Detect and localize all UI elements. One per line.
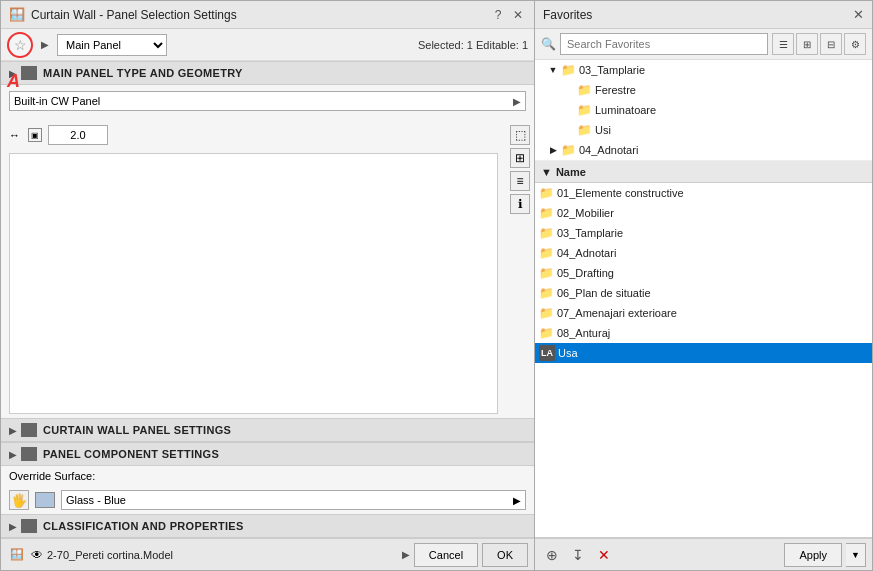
- folder-icon-luminatoare: 📁: [577, 104, 591, 116]
- folder-icon-03-tamplarie: 📁: [561, 64, 575, 76]
- tree-label-luminatoare: Luminatoare: [595, 104, 656, 116]
- classification-section-header[interactable]: ▶ CLASSIFICATION AND PROPERTIES: [1, 514, 534, 538]
- folder-icon-05: 📁: [539, 267, 553, 279]
- favorites-name-list[interactable]: 📁 01_Elemente constructive 📁 02_Mobilier…: [535, 183, 872, 538]
- window-title: Curtain Wall - Panel Selection Settings: [31, 8, 237, 22]
- folder-icon-06: 📁: [539, 287, 553, 299]
- dimension-input[interactable]: 2.0: [48, 125, 108, 145]
- section-icon: [21, 66, 37, 80]
- override-icon[interactable]: 🖐: [9, 490, 29, 510]
- tree-item-luminatoare[interactable]: 📁 Luminatoare: [535, 100, 872, 120]
- add-favorite-button[interactable]: ⊕: [541, 544, 563, 566]
- override-row: Override Surface:: [1, 466, 534, 486]
- expand-icon-2: ▶: [9, 425, 17, 436]
- item-label-usa: Usa: [558, 347, 578, 359]
- list-item-01-elemente[interactable]: 📁 01_Elemente constructive: [535, 183, 872, 203]
- main-panel-dropdown[interactable]: Main Panel: [57, 34, 167, 56]
- close-button[interactable]: ✕: [510, 7, 526, 23]
- tree-item-03-tamplarie[interactable]: ▼ 📁 03_Tamplarie: [535, 60, 872, 80]
- ok-button[interactable]: OK: [482, 543, 528, 567]
- item-label-01: 01_Elemente constructive: [557, 187, 684, 199]
- field-expand-arrow: ▶: [513, 96, 521, 107]
- favorites-panel: Favorites ✕ 🔍 ☰ ⊞ ⊟ ⚙ ▼ 📁 03_Tamplarie 📁…: [535, 0, 873, 571]
- main-area: ↔ ▣ 2.0 ⬚ ⊞ ≡ ℹ: [1, 121, 534, 418]
- curtain-wall-section-title: CURTAIN WALL PANEL SETTINGS: [43, 424, 231, 436]
- lock-icon: ▣: [28, 128, 42, 142]
- apply-dropdown-arrow[interactable]: ▼: [846, 543, 866, 567]
- builtin-cw-panel-field[interactable]: Built-in CW Panel ▶: [9, 91, 526, 111]
- tree-item-04-adnotari-top[interactable]: ▶ 📁 04_Adnotari: [535, 140, 872, 160]
- settings-button[interactable]: ⚙: [844, 33, 866, 55]
- classification-icon: [21, 519, 37, 533]
- selected-item-icon: LA: [539, 345, 555, 361]
- favorites-collapsed-tree: ▼ 📁 03_Tamplarie 📁 Ferestre 📁 Luminatoar…: [535, 60, 872, 161]
- override-field[interactable]: Glass - Blue ▶: [61, 490, 526, 510]
- favorites-title: Favorites: [543, 8, 592, 22]
- expand-usi: [563, 124, 575, 136]
- import-button[interactable]: ↧: [567, 544, 589, 566]
- icon-btn-4[interactable]: ℹ: [510, 194, 530, 214]
- search-favorites-input[interactable]: [560, 33, 768, 55]
- app-icon: 🪟: [9, 7, 25, 22]
- tree-item-usi[interactable]: 📁 Usi: [535, 120, 872, 140]
- geometry-row: ↔ ▣ 2.0: [1, 121, 506, 149]
- list-item-02-mobilier[interactable]: 📁 02_Mobilier: [535, 203, 872, 223]
- file-expand-arrow: ▶: [402, 549, 410, 560]
- main-panel-section-header[interactable]: ▶ MAIN PANEL TYPE AND GEOMETRY: [1, 61, 534, 85]
- folder-icon-usi: 📁: [577, 124, 591, 136]
- cancel-button[interactable]: Cancel: [414, 543, 478, 567]
- side-icons: ⬚ ⊞ ≡ ℹ: [510, 121, 534, 418]
- folder-icon-01: 📁: [539, 187, 553, 199]
- help-button[interactable]: ?: [490, 7, 506, 23]
- delete-favorite-button[interactable]: ✕: [593, 544, 615, 566]
- curtain-wall-section-header[interactable]: ▶ CURTAIN WALL PANEL SETTINGS: [1, 418, 534, 442]
- folder-icon-07: 📁: [539, 307, 553, 319]
- tree-item-ferestre[interactable]: 📁 Ferestre: [535, 80, 872, 100]
- bottom-app-icon: 🪟: [7, 545, 27, 565]
- panel-component-icon: [21, 447, 37, 461]
- view-grid-button[interactable]: ⊞: [796, 33, 818, 55]
- name-column-label: Name: [556, 166, 586, 178]
- list-item-05-drafting[interactable]: 📁 05_Drafting: [535, 263, 872, 283]
- title-bar: 🪟 Curtain Wall - Panel Selection Setting…: [1, 1, 534, 29]
- folder-icon-04-adnotari: 📁: [561, 144, 575, 156]
- eye-toggle-button[interactable]: 👁: [31, 548, 43, 562]
- main-panel-section-title: MAIN PANEL TYPE AND GEOMETRY: [43, 67, 243, 79]
- main-panel-content: Built-in CW Panel ▶: [1, 85, 534, 121]
- icon-btn-2[interactable]: ⊞: [510, 148, 530, 168]
- list-item-04-adnotari2[interactable]: 📁 04_Adnotari: [535, 243, 872, 263]
- list-item-07-amenajari[interactable]: 📁 07_Amenajari exterioare: [535, 303, 872, 323]
- item-label-07: 07_Amenajari exterioare: [557, 307, 677, 319]
- list-item-03-tamplarie2[interactable]: 📁 03_Tamplarie: [535, 223, 872, 243]
- expand-04-adnotari-top[interactable]: ▶: [547, 144, 559, 156]
- file-name: 2-70_Pereti cortina.Model: [47, 549, 398, 561]
- list-item-usa[interactable]: LA Usa: [535, 343, 872, 363]
- color-swatch: [35, 492, 55, 508]
- curtain-section-icon: [21, 423, 37, 437]
- list-item-08-anturaj[interactable]: 📁 08_Anturaj: [535, 323, 872, 343]
- expand-03-tamplarie[interactable]: ▼: [547, 64, 559, 76]
- name-column-header: ▼ Name: [535, 161, 872, 183]
- folder-icon-03b: 📁: [539, 227, 553, 239]
- tree-label-usi: Usi: [595, 124, 611, 136]
- favorites-close-button[interactable]: ✕: [853, 7, 864, 22]
- view-list-button[interactable]: ☰: [772, 33, 794, 55]
- classification-section-title: CLASSIFICATION AND PROPERTIES: [43, 520, 244, 532]
- expand-ferestre: [563, 84, 575, 96]
- icon-btn-3[interactable]: ≡: [510, 171, 530, 191]
- tree-label-04-adnotari: 04_Adnotari: [579, 144, 638, 156]
- view-tree-button[interactable]: ⊟: [820, 33, 842, 55]
- folder-icon-ferestre: 📁: [577, 84, 591, 96]
- favorites-star-button[interactable]: ☆: [7, 32, 33, 58]
- folder-icon-08: 📁: [539, 327, 553, 339]
- override-value-row: 🖐 Glass - Blue ▶: [1, 486, 534, 514]
- list-item-06-plan[interactable]: 📁 06_Plan de situatie: [535, 283, 872, 303]
- icon-btn-1[interactable]: ⬚: [510, 125, 530, 145]
- tree-label-ferestre: Ferestre: [595, 84, 636, 96]
- item-label-04: 04_Adnotari: [557, 247, 616, 259]
- dimension-icon: ↔: [9, 129, 20, 141]
- dropdown-arrow-button[interactable]: ▶: [37, 37, 53, 53]
- item-label-02: 02_Mobilier: [557, 207, 614, 219]
- panel-component-section-header[interactable]: ▶ PANEL COMPONENT SETTINGS: [1, 442, 534, 466]
- apply-button[interactable]: Apply: [784, 543, 842, 567]
